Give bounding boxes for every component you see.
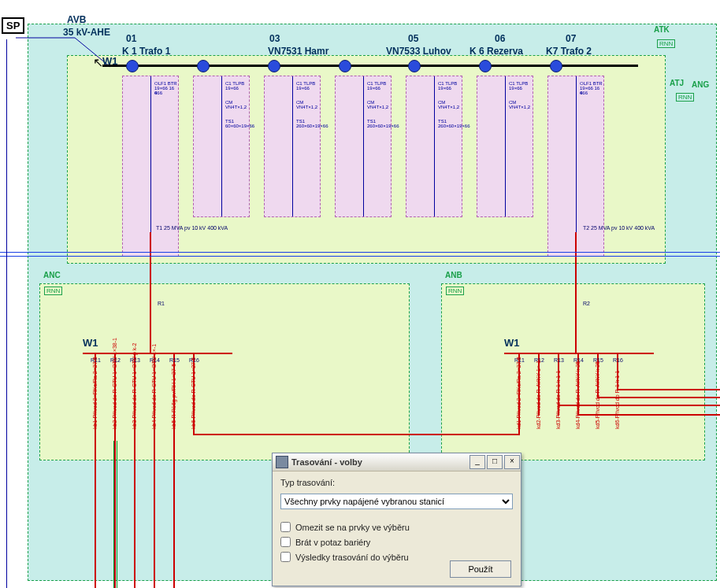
- canvas-root: ATK RNN ATJ ANG RNN ANC RNN ANB RNN SP A…: [0, 0, 720, 588]
- anc-lbl-3: kb3-Přívod do R-CTU 1×OTU p k-2: [132, 342, 137, 429]
- baynum-01: 01: [126, 33, 136, 44]
- anc-lbl-6: kb6-Přívod do R-CTU 1×27-5: [191, 357, 196, 429]
- apply-button[interactable]: Použít: [450, 560, 511, 578]
- tie-line: [193, 434, 520, 435]
- label-atj: ATJ: [670, 79, 684, 87]
- anb-out-4: [558, 405, 720, 406]
- label-atk: ATK: [654, 25, 670, 34]
- tag-anc-in: R1: [158, 301, 165, 306]
- node-05[interactable]: [408, 60, 421, 72]
- feeder-right-drop: [575, 232, 577, 354]
- anb-r6: R16: [613, 357, 623, 363]
- baynum-03: 03: [269, 33, 280, 44]
- tracing-type-select[interactable]: Všechny prvky napájené vybranou stanicí: [280, 494, 513, 509]
- bus-anb: [504, 353, 654, 354]
- limit-selection-input[interactable]: [280, 522, 291, 532]
- anb-out-2: [617, 389, 720, 390]
- bayname-2: VN7533 Luhov: [386, 46, 451, 57]
- w1-main: W1: [102, 55, 118, 67]
- close-button[interactable]: ×: [504, 455, 520, 469]
- minimize-button[interactable]: _: [469, 455, 485, 469]
- green-cont-1: [113, 441, 114, 588]
- results-input[interactable]: [280, 552, 291, 562]
- rnn-atk: RNN: [657, 39, 675, 48]
- anb-lbl-3: kd3-Přívod do R-1 k 1-1: [555, 371, 561, 429]
- tag-t2: T2 25 MVA pv 10 kV 400 kVA: [583, 225, 655, 231]
- node-03[interactable]: [268, 60, 280, 72]
- dialog-icon: [276, 456, 288, 468]
- anb-lbl-4: kd4-Přívod do R-AYKY k 25: [575, 361, 581, 429]
- anc-lbl-1: kb1-Přívod 2×RKc/Ra 2×27-5: [92, 357, 98, 429]
- tracing-type-label: Typ trasování:: [280, 478, 513, 487]
- bay-06[interactable]: C1 TLPB 19×66 CM VN4T×1,2: [477, 76, 533, 217]
- bayname-0: K 1 Trafo 1: [122, 46, 170, 57]
- green-cont-2: [117, 441, 117, 588]
- feeder-left-drop: [150, 232, 151, 354]
- baynum-05: 05: [408, 33, 418, 44]
- rnn-anb: RNN: [446, 287, 464, 295]
- anb-lbl-6: kd6-Přívod do R-1 k 1-1: [614, 371, 620, 429]
- anc-lbl-5: kb5-R-R16g pv/RH 1×27-5: [171, 364, 176, 429]
- limit-selection-label: Omezit se na prvky ve výběru: [295, 523, 410, 532]
- label-35kv: 35 kV-AHE: [63, 27, 110, 38]
- anb-lbl-1: kd1-Přívod 2×RKc/Ra 2×27-5: [516, 357, 521, 429]
- rnn-anc: RNN: [44, 287, 62, 295]
- bay-05[interactable]: C1 TLPB 19×66 CM VN4T×1,2 TS1 260×60×19×…: [406, 76, 462, 217]
- tag-t1: T1 25 MVA pv 10 kV 400 kVA: [156, 225, 228, 231]
- node-02[interactable]: [197, 60, 210, 72]
- node-06[interactable]: [479, 60, 492, 72]
- anc-r5: R15: [169, 357, 180, 363]
- tracing-dialog[interactable]: Trasování - volby _ □ × Typ trasování: V…: [272, 453, 521, 586]
- bus-anc: [83, 353, 232, 354]
- anb-lbl-2: kd2-Přívod do R-AYKY 1×-1: [536, 361, 541, 429]
- baynum-07: 07: [566, 33, 576, 44]
- label-anc: ANC: [43, 271, 61, 279]
- bayname-4: K7 Trafo 2: [546, 46, 592, 57]
- results-label: Výsledky trasování do výběru: [295, 553, 409, 562]
- barriers-checkbox[interactable]: Brát v potaz bariéry: [280, 537, 513, 547]
- w1-anc: W1: [83, 337, 98, 349]
- bayname-3: K 6 Rezerva: [469, 46, 523, 57]
- barriers-input[interactable]: [280, 537, 291, 547]
- node-04[interactable]: [339, 60, 351, 72]
- node-01[interactable]: [126, 60, 139, 72]
- anc-lbl-2: kb2-Přívod do R-CTU 1×OTU 1×38-1: [112, 338, 117, 429]
- bay-02[interactable]: C1 TLPB 19×66 CM VN4T×1,2 TS1 60×60×19×6…: [193, 76, 250, 217]
- w1-anb: W1: [504, 337, 520, 349]
- tag-anb-in: R2: [583, 301, 590, 306]
- anb-r3: R13: [554, 357, 564, 363]
- dialog-title: Trasování - volby: [291, 457, 469, 467]
- baynum-06: 06: [495, 33, 505, 44]
- limit-selection-checkbox[interactable]: Omezit se na prvky ve výběru: [280, 522, 513, 532]
- bay-03[interactable]: C1 TLPB 19×66 CM VN4T×1,2 TS1 260×60×19×…: [264, 76, 321, 217]
- xline-2: [0, 256, 720, 257]
- bay-04[interactable]: C1 TLPB 19×66 CM VN4T×1,2 TS1 260×60×19×…: [335, 76, 392, 217]
- maximize-button[interactable]: □: [487, 455, 503, 469]
- barriers-label: Brát v potaz bariéry: [295, 538, 370, 547]
- anb-lbl-5: kd5-Přívod do R-AYKY k 25: [595, 361, 600, 429]
- label-avb: AVB: [67, 14, 86, 25]
- label-anb: ANB: [445, 271, 462, 279]
- bayname-1: VN7531 Hamr: [268, 46, 328, 57]
- label-ang: ANG: [692, 80, 709, 89]
- rnn-ang: RNN: [676, 93, 694, 102]
- xline-1: [0, 252, 720, 253]
- sp-box[interactable]: SP: [2, 17, 24, 34]
- dialog-titlebar[interactable]: Trasování - volby _ □ ×: [273, 453, 521, 472]
- left-vline: [6, 39, 7, 588]
- dialog-body: Typ trasování: Všechny prvky napájené vy…: [273, 472, 521, 586]
- node-07[interactable]: [550, 60, 562, 72]
- anc-lbl-4: kb4-Přívod do R-CTU 1×OTU 1×-1: [151, 344, 157, 429]
